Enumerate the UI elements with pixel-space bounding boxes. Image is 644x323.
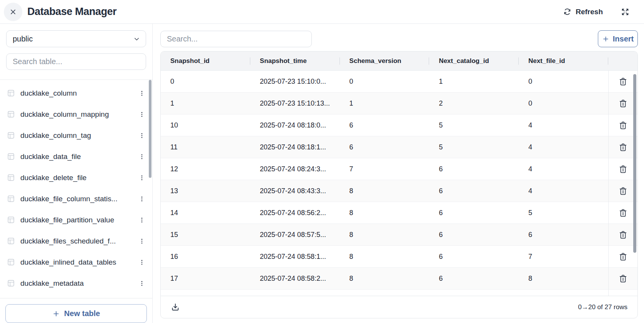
delete-row-button[interactable] [617, 250, 629, 263]
table-row[interactable]: 12 2025-07-24 08:24:3... 7 6 4 [161, 158, 637, 180]
cell-snapshot-time: 2025-07-24 08:57:5... [250, 231, 340, 239]
table-options-kebab-icon[interactable] [137, 172, 147, 184]
table-row[interactable]: 0 2025-07-23 15:10:0... 0 1 0 [161, 71, 637, 93]
new-table-button[interactable]: New table [5, 304, 147, 323]
table-options-kebab-icon[interactable] [137, 88, 147, 99]
table-icon [7, 258, 15, 266]
table-list: ducklake_column ducklake_column_mapping … [0, 80, 152, 298]
column-header-next-file-id[interactable]: Next_file_id [519, 57, 608, 65]
table-options-kebab-icon[interactable] [137, 151, 147, 162]
table-row[interactable]: 14 2025-07-24 08:56:2... 8 6 5 [161, 202, 637, 224]
delete-row-button[interactable] [617, 141, 629, 154]
cell-schema-version: 6 [340, 121, 429, 129]
sidebar-table-item[interactable]: ducklake_metadata [0, 273, 152, 294]
sidebar-table-item[interactable]: ducklake_file_partition_value [0, 209, 152, 230]
cell-schema-version: 8 [340, 253, 429, 261]
cell-snapshot-id: 1 [161, 99, 250, 108]
sidebar-table-item[interactable]: ducklake_inlined_data_tables [0, 252, 152, 273]
plus-icon [52, 310, 60, 318]
table-row[interactable]: 16 2025-07-24 08:58:1... 8 6 7 [161, 246, 637, 268]
delete-row-button[interactable] [617, 272, 629, 285]
trash-icon [618, 164, 628, 174]
trash-icon [618, 77, 628, 86]
cell-next-catalog-id: 6 [429, 275, 519, 283]
column-header-snapshot-id[interactable]: Snapshot_id [161, 57, 250, 65]
table-options-kebab-icon[interactable] [137, 130, 147, 141]
table-icon [7, 131, 15, 139]
insert-button[interactable]: Insert [598, 30, 638, 47]
table-options-kebab-icon[interactable] [137, 235, 147, 247]
row-count-text: 0→20 of 27 rows [578, 303, 627, 311]
table-row[interactable]: 11 2025-07-24 08:18:1... 6 5 4 [161, 136, 637, 158]
cell-next-catalog-id: 6 [429, 253, 519, 261]
cell-schema-version: 1 [340, 99, 429, 108]
table-icon [7, 152, 15, 161]
table-row[interactable]: 10 2025-07-24 08:18:0... 6 5 4 [161, 114, 637, 136]
cell-schema-version: 8 [340, 275, 429, 283]
sidebar-table-item[interactable]: ducklake_column_mapping [0, 104, 152, 125]
delete-row-button[interactable] [617, 207, 629, 219]
sidebar-table-item[interactable]: ducklake_column [0, 83, 152, 104]
trash-icon [618, 121, 628, 130]
column-header-snapshot-time[interactable]: Snapshot_time [250, 57, 340, 65]
main-panel: Insert Snapshot_id Snapshot_time Schema_… [153, 24, 644, 323]
sidebar-table-item[interactable]: ducklake_files_scheduled_f... [0, 230, 152, 252]
cell-schema-version: 0 [340, 78, 429, 86]
delete-row-button[interactable] [617, 185, 629, 197]
delete-row-button[interactable] [617, 229, 629, 241]
cell-snapshot-time: 2025-07-24 08:58:1... [250, 253, 340, 261]
sidebar-scrollbar[interactable] [149, 80, 151, 178]
cell-snapshot-id: 0 [161, 78, 250, 86]
table-row[interactable]: 17 2025-07-24 08:58:2... 8 6 8 [161, 268, 637, 290]
cell-snapshot-time: 2025-07-23 15:10:0... [250, 78, 340, 86]
table-row[interactable]: 13 2025-07-24 08:43:3... 8 6 4 [161, 180, 637, 202]
table-icon [7, 110, 15, 118]
sidebar-table-item[interactable]: ducklake_file_column_statis... [0, 188, 152, 209]
table-row[interactable]: 1 2025-07-23 15:10:13... 1 2 0 [161, 93, 637, 114]
cell-next-file-id: 7 [519, 253, 608, 261]
search-input[interactable] [160, 31, 312, 47]
refresh-label: Refresh [576, 8, 603, 16]
table-scrollbar[interactable] [633, 74, 636, 253]
sidebar-table-item[interactable]: ducklake_data_file [0, 146, 152, 167]
cell-next-catalog-id: 5 [429, 121, 519, 129]
table-options-kebab-icon[interactable] [137, 193, 147, 205]
table-name: ducklake_data_file [20, 152, 131, 161]
close-button[interactable] [4, 3, 22, 21]
cell-snapshot-time: 2025-07-24 08:18:1... [250, 143, 340, 151]
data-table: Snapshot_id Snapshot_time Schema_version… [160, 51, 638, 318]
schema-select[interactable]: public [6, 30, 146, 47]
fullscreen-button[interactable] [621, 8, 629, 16]
trash-icon [618, 99, 628, 108]
table-icon [7, 89, 15, 97]
table-options-kebab-icon[interactable] [137, 257, 147, 268]
table-row[interactable]: 15 2025-07-24 08:57:5... 8 6 6 [161, 224, 637, 246]
insert-label: Insert [613, 35, 634, 43]
table-search-input[interactable] [6, 53, 146, 70]
cell-snapshot-id: 10 [161, 121, 250, 129]
refresh-button[interactable]: Refresh [563, 8, 603, 16]
table-options-kebab-icon[interactable] [137, 214, 147, 226]
refresh-icon [563, 8, 571, 16]
column-header-next-catalog-id[interactable]: Next_catalog_id [429, 57, 519, 65]
delete-row-button[interactable] [617, 119, 629, 132]
download-button[interactable] [171, 303, 180, 312]
table-name: ducklake_delete_file [20, 174, 131, 182]
sidebar-table-item[interactable]: ducklake_delete_file [0, 167, 152, 188]
cell-next-catalog-id: 5 [429, 143, 519, 151]
trash-icon [618, 252, 628, 262]
cell-next-file-id: 4 [519, 121, 608, 129]
delete-row-button[interactable] [617, 97, 629, 110]
table-name: ducklake_metadata [20, 279, 131, 288]
table-options-kebab-icon[interactable] [137, 109, 147, 120]
sidebar-table-item[interactable]: ducklake_column_tag [0, 125, 152, 146]
table-footer: 0→20 of 27 rows [161, 296, 637, 318]
delete-row-button[interactable] [617, 75, 629, 88]
trash-icon [618, 230, 628, 240]
table-icon [7, 195, 15, 203]
column-header-schema-version[interactable]: Schema_version [340, 57, 429, 65]
trash-icon [618, 186, 628, 196]
cell-snapshot-id: 12 [161, 165, 250, 173]
delete-row-button[interactable] [617, 163, 629, 176]
table-options-kebab-icon[interactable] [137, 278, 147, 289]
